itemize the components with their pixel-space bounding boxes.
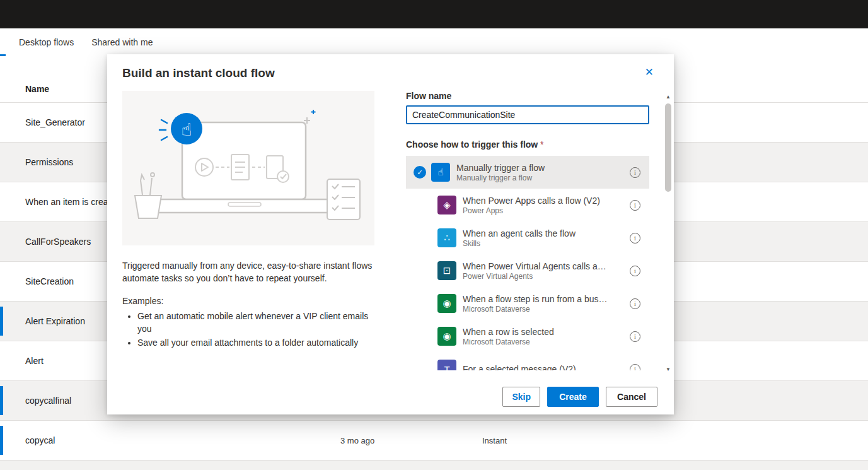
row-selection-bar xyxy=(0,307,3,336)
row-modified-value: 3 mo ago xyxy=(340,436,374,445)
power-apps-icon: ◈ xyxy=(437,196,456,214)
info-icon[interactable]: i xyxy=(630,233,640,244)
trigger-subtitle: Microsoft Dataverse xyxy=(463,305,608,314)
close-icon[interactable]: ✕ xyxy=(645,67,654,78)
trigger-option-teams-selected-message[interactable]: T For a selected message (V2) i xyxy=(406,353,649,370)
trigger-subtitle: Power Apps xyxy=(463,206,600,215)
flows-tab-bar: Desktop flows Shared with me xyxy=(0,28,868,56)
create-button[interactable]: Create xyxy=(547,387,599,407)
skills-icon: ∴ xyxy=(437,228,456,247)
selected-check-icon: ✓ xyxy=(414,166,426,179)
flow-name-input[interactable] xyxy=(406,105,649,124)
info-icon[interactable]: i xyxy=(630,298,640,309)
scroll-up-icon[interactable]: ▲ xyxy=(664,92,673,101)
trigger-subtitle: Skills xyxy=(463,239,576,248)
build-instant-cloud-flow-dialog: Build an instant cloud flow ✕ xyxy=(107,54,674,414)
row-selection-bar xyxy=(0,386,3,415)
info-icon[interactable]: i xyxy=(630,167,640,178)
dialog-footer: Skip Create Cancel xyxy=(107,379,674,414)
dialog-left-column: ☝ Triggered manually f xyxy=(122,91,374,350)
dataverse-icon: ◉ xyxy=(437,294,456,313)
trigger-option-manually-trigger-a-flow[interactable]: ✓ ☝ Manually trigger a flow Manually tri… xyxy=(406,156,649,189)
svg-text:☝: ☝ xyxy=(181,120,192,139)
power-virtual-agents-icon: ⊡ xyxy=(437,261,456,280)
active-tab-indicator xyxy=(0,54,6,56)
trigger-option-dataverse-flow-step[interactable]: ◉ When a flow step is run from a busin..… xyxy=(406,287,649,320)
trigger-title: When an agent calls the flow xyxy=(463,228,576,238)
scroll-down-icon[interactable]: ▼ xyxy=(664,365,673,373)
trigger-title: When Power Apps calls a flow (V2) xyxy=(463,196,600,206)
info-icon[interactable]: i xyxy=(630,331,640,342)
tab-desktop-flows[interactable]: Desktop flows xyxy=(19,37,74,47)
row-selection-bar xyxy=(0,426,3,455)
trigger-title: When Power Virtual Agents calls a fl... xyxy=(463,261,608,271)
trigger-title: When a row is selected xyxy=(463,327,554,337)
trigger-title: When a flow step is run from a busin... xyxy=(463,294,608,304)
skip-button[interactable]: Skip xyxy=(502,387,540,407)
manual-trigger-icon: ☝ xyxy=(431,163,450,182)
cancel-button[interactable]: Cancel xyxy=(606,387,657,407)
example-item: Save all your email attachments to a fol… xyxy=(137,336,374,349)
teams-icon: T xyxy=(437,360,456,370)
trigger-options-list: ✓ ☝ Manually trigger a flow Manually tri… xyxy=(406,156,649,370)
example-item: Get an automatic mobile alert whenever a… xyxy=(137,310,374,336)
trigger-option-power-apps[interactable]: ◈ When Power Apps calls a flow (V2) Powe… xyxy=(406,189,649,221)
row-type-value: Instant xyxy=(482,436,507,445)
trigger-option-power-virtual-agents[interactable]: ⊡ When Power Virtual Agents calls a fl..… xyxy=(406,254,649,287)
trigger-title: Manually trigger a flow xyxy=(456,163,545,173)
table-row-empty xyxy=(0,461,868,470)
dialog-title: Build an instant cloud flow xyxy=(122,66,275,80)
dataverse-icon: ◉ xyxy=(437,327,456,346)
trigger-option-agent-calls-flow[interactable]: ∴ When an agent calls the flow Skills i xyxy=(406,221,649,254)
table-row-copycal[interactable]: copycal 3 mo ago Instant xyxy=(0,421,868,461)
tab-shared-with-me[interactable]: Shared with me xyxy=(91,37,153,47)
trigger-subtitle: Manually trigger a flow xyxy=(456,173,545,182)
info-icon[interactable]: i xyxy=(630,200,640,211)
scrollbar-thumb[interactable] xyxy=(665,103,671,192)
required-asterisk: * xyxy=(540,139,543,150)
trigger-section-label: Choose how to trigger this flow * xyxy=(406,139,649,150)
info-icon[interactable]: i xyxy=(630,364,640,371)
instant-flow-illustration: ☝ xyxy=(122,91,374,245)
flow-name-label: Flow name xyxy=(406,91,649,101)
top-app-bar xyxy=(0,0,868,28)
info-icon[interactable]: i xyxy=(630,266,640,276)
trigger-subtitle: Power Virtual Agents xyxy=(463,272,608,281)
examples-list: Get an automatic mobile alert whenever a… xyxy=(122,310,374,350)
dialog-right-column: Flow name Choose how to trigger this flo… xyxy=(406,91,649,370)
trigger-option-row-selected[interactable]: ◉ When a row is selected Microsoft Datav… xyxy=(406,320,649,353)
dialog-description: Triggered manually from any device, easy… xyxy=(122,259,374,285)
examples-label: Examples: xyxy=(122,296,374,306)
trigger-list-scrollbar[interactable]: ▲ ▼ xyxy=(664,92,673,373)
trigger-title: For a selected message (V2) xyxy=(463,364,576,371)
trigger-subtitle: Microsoft Dataverse xyxy=(463,338,554,346)
column-header-name[interactable]: Name xyxy=(25,84,49,94)
